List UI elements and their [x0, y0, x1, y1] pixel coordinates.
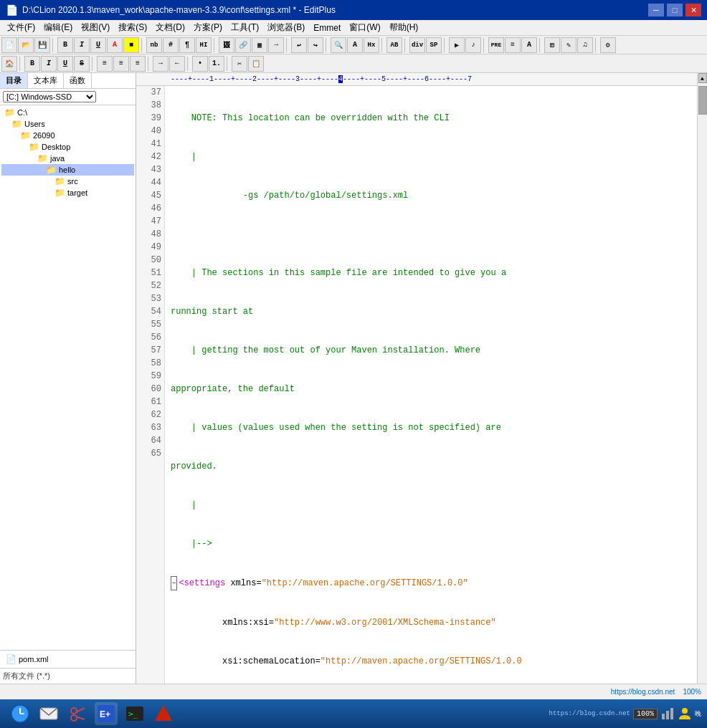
tree-item-desktop[interactable]: 📁 Desktop [1, 141, 134, 153]
toolbar-2: 🏠 B I U S ≡ ≡ ≡ → ← • 1. ✂ 📋 [0, 54, 707, 73]
open-btn[interactable]: 📂 [18, 37, 34, 53]
indent-btn[interactable]: → [153, 56, 169, 72]
tree-item-src[interactable]: 📁 src [1, 176, 134, 187]
save-btn[interactable]: 💾 [34, 37, 50, 53]
number-btn[interactable]: 1. [209, 56, 224, 72]
misc6-btn[interactable]: 📋 [248, 56, 264, 72]
outdent-btn[interactable]: ← [169, 56, 185, 72]
bullet-btn[interactable]: • [192, 56, 208, 72]
hash-btn[interactable]: # [163, 37, 179, 53]
underline2-btn[interactable]: U [57, 56, 73, 72]
svg-text:>_: >_ [128, 709, 138, 719]
bold-btn[interactable]: B [57, 37, 73, 53]
big-a-btn[interactable]: A [347, 37, 363, 53]
sidebar-tab-functions[interactable]: 函数 [64, 73, 92, 88]
highlight-btn[interactable]: ■ [123, 37, 139, 53]
menubar-item-w[interactable]: 窗口(W) [345, 20, 384, 35]
sidebar-tab-textlib[interactable]: 文本库 [28, 73, 64, 88]
statusbar: https://blog.csdn.net 100% [0, 684, 707, 699]
italic2-btn[interactable]: I [41, 56, 57, 72]
color-btn[interactable]: A [107, 37, 123, 53]
misc2-btn[interactable]: ✎ [561, 37, 576, 53]
menubar-item-p[interactable]: 方案(P) [189, 20, 227, 35]
code-area[interactable]: 37 38 39 40 41 42 43 44 45 46 47 48 [136, 86, 697, 684]
misc4-btn[interactable]: ⚙ [600, 37, 616, 53]
scroll-thumb[interactable] [698, 86, 707, 115]
close-button[interactable]: ✕ [685, 4, 701, 16]
menubar-item-h[interactable]: 帮助(H) [385, 20, 423, 35]
code-content: 37 38 39 40 41 42 43 44 45 46 47 48 [136, 86, 697, 684]
taskbar-scissors[interactable] [66, 702, 89, 725]
align-c[interactable]: ≡ [113, 56, 129, 72]
vertical-scrollbar[interactable]: ▲ [697, 73, 707, 684]
drive-dropdown[interactable]: [C:] Windows-SSD [3, 91, 96, 102]
hx-btn[interactable]: Hx [364, 37, 379, 53]
bold2-btn[interactable]: B [24, 56, 40, 72]
para-btn[interactable]: ¶ [179, 37, 195, 53]
menubar-item-e[interactable]: 编辑(E) [39, 20, 77, 35]
taskbar-clock[interactable] [9, 702, 32, 725]
home-btn[interactable]: 🏠 [1, 56, 17, 72]
sidebar-tab-directory[interactable]: 目录 [0, 73, 28, 88]
menubar-item-f[interactable]: 文件(F) [3, 20, 39, 35]
menubar-item-d[interactable]: 文档(D) [151, 20, 189, 35]
bigatxt-btn[interactable]: A [521, 37, 537, 53]
italic-btn[interactable]: I [74, 37, 90, 53]
svg-rect-15 [670, 708, 673, 719]
sep10 [539, 38, 542, 52]
hi-btn[interactable]: HI [196, 37, 212, 53]
table-btn[interactable]: ▦ [252, 37, 267, 53]
new-btn[interactable]: 📄 [1, 37, 17, 53]
fold-46[interactable]: − [171, 576, 177, 590]
maximize-button[interactable]: □ [667, 4, 683, 16]
code-line-47: xmlns:xsi="http://www.w3.org/2001/XMLSch… [171, 616, 697, 629]
play-btn[interactable]: ▶ [449, 37, 465, 53]
list2-btn[interactable]: ≡ [505, 37, 521, 53]
code-line-46-tag1: <settings [179, 577, 225, 590]
tsep2 [92, 57, 95, 71]
drive-selector[interactable]: [C:] Windows-SSD [0, 89, 136, 105]
code-line-39: -gs /path/to/global/settings.xml [171, 189, 697, 202]
tsep5 [227, 57, 229, 71]
nb-btn[interactable]: nb [146, 37, 162, 53]
link-btn[interactable]: 🔗 [235, 37, 251, 53]
redo-btn[interactable]: ↪ [308, 37, 323, 53]
undo-btn[interactable]: ↩ [291, 37, 307, 53]
div-btn[interactable]: div [409, 37, 425, 53]
file-item-pom[interactable]: 📄 pom.xml [3, 653, 133, 665]
user-icon [678, 707, 692, 721]
menubar-item-s[interactable]: 搜索(S) [114, 20, 151, 35]
align-r[interactable]: ≡ [130, 56, 146, 72]
tree-item-users[interactable]: 📁 Users [1, 118, 134, 130]
align-l[interactable]: ≡ [97, 56, 113, 72]
minimize-button[interactable]: ─ [648, 4, 664, 16]
taskbar-red[interactable] [152, 702, 175, 725]
menubar-item-b[interactable]: 浏览器(B) [263, 20, 309, 35]
taskbar-terminal[interactable]: >_ [123, 702, 146, 725]
misc1-btn[interactable]: ⊞ [544, 37, 560, 53]
img-btn[interactable]: 🖼 [219, 37, 234, 53]
strike-btn[interactable]: S [74, 56, 90, 72]
menubar-item-v[interactable]: 视图(V) [77, 20, 114, 35]
find-btn[interactable]: 🔍 [331, 37, 346, 53]
music-btn[interactable]: ♪ [465, 37, 481, 53]
sp-btn[interactable]: SP [426, 37, 442, 53]
tree-item-c[interactable]: 📁 C:\ [1, 107, 134, 118]
taskbar-mail[interactable] [37, 702, 60, 725]
menubar-item-emmet[interactable]: Emmet [309, 21, 345, 34]
ab-btn[interactable]: AB [386, 37, 402, 53]
tree-item-java[interactable]: 📁 java [1, 153, 134, 164]
misc3-btn[interactable]: ♫ [577, 37, 593, 53]
scroll-up[interactable]: ▲ [698, 73, 707, 83]
menubar-item-t[interactable]: 工具(T) [227, 20, 263, 35]
code-line-47-sp: xmlns:xsi= [171, 616, 274, 629]
taskbar-editplus[interactable]: E+ [95, 702, 118, 725]
tree-item-hello[interactable]: 📁 hello [1, 164, 134, 176]
misc5-btn[interactable]: ✂ [232, 56, 247, 72]
arrow-btn[interactable]: → [268, 37, 284, 53]
underline-btn[interactable]: U [90, 37, 106, 53]
tree-item-26090[interactable]: 📁 26090 [1, 130, 134, 141]
sep11 [595, 38, 598, 52]
pre-btn[interactable]: PRE [488, 37, 504, 53]
tree-item-target[interactable]: 📁 target [1, 187, 134, 198]
